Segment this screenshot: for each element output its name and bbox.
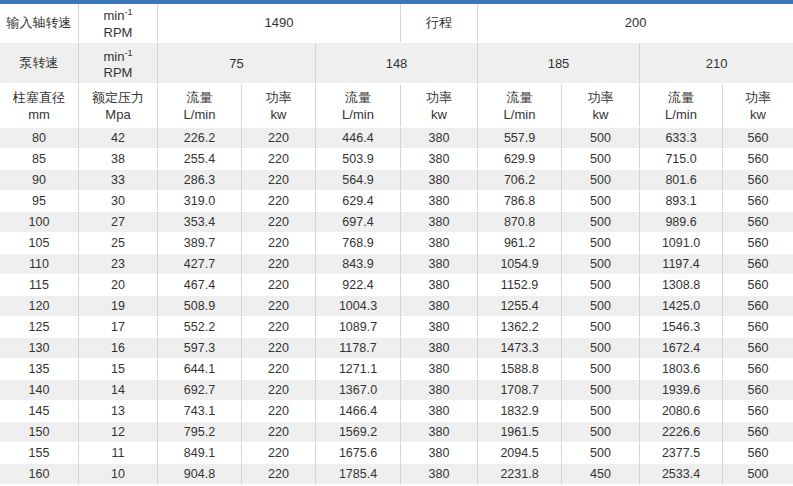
table-cell: 633.3 xyxy=(640,128,723,149)
table-cell: 1178.7 xyxy=(316,338,401,359)
table-cell: 2231.8 xyxy=(478,464,562,485)
table-cell: 560 xyxy=(723,128,793,149)
table-cell: 597.3 xyxy=(158,338,242,359)
table-cell: 17 xyxy=(79,317,158,338)
table-cell: 560 xyxy=(723,401,793,422)
table-cell: 220 xyxy=(242,128,316,149)
data-rows: 8042226.2220446.4380557.9500633.35608538… xyxy=(0,128,793,485)
table-cell: 446.4 xyxy=(316,128,401,149)
table-cell: 380 xyxy=(401,338,478,359)
unit-exponent: -1 xyxy=(124,48,132,58)
table-cell: 697.4 xyxy=(316,212,401,233)
table-cell: 560 xyxy=(723,359,793,380)
table-cell: 450 xyxy=(562,464,640,485)
table-cell: 220 xyxy=(242,296,316,317)
column-header-diameter: 柱塞直径 mm xyxy=(0,85,79,128)
table-cell: 380 xyxy=(401,401,478,422)
table-cell: 380 xyxy=(401,422,478,443)
table-cell: 560 xyxy=(723,338,793,359)
table-cell: 220 xyxy=(242,275,316,296)
table-cell: 500 xyxy=(562,191,640,212)
flow-unit: L/min xyxy=(478,106,561,123)
table-cell: 1546.3 xyxy=(640,317,723,338)
table-cell: 380 xyxy=(401,296,478,317)
column-header-pressure: 额定压力 Mpa xyxy=(79,85,158,128)
table-cell: 120 xyxy=(0,296,79,317)
flow-label: 流量 xyxy=(478,89,561,106)
unit-line2: RPM xyxy=(79,25,157,41)
table-cell: 380 xyxy=(401,212,478,233)
table-row: 10525389.7220768.9380961.25001091.0560 xyxy=(0,233,793,254)
table-cell: 27 xyxy=(79,212,158,233)
table-cell: 560 xyxy=(723,317,793,338)
table-cell: 85 xyxy=(0,149,79,170)
table-cell: 380 xyxy=(401,443,478,464)
table-cell: 989.6 xyxy=(640,212,723,233)
table-cell: 220 xyxy=(242,317,316,338)
table-cell: 42 xyxy=(79,128,158,149)
table-cell: 286.3 xyxy=(158,170,242,191)
table-cell: 500 xyxy=(562,317,640,338)
table-cell: 560 xyxy=(723,443,793,464)
table-cell: 500 xyxy=(562,296,640,317)
table-cell: 220 xyxy=(242,191,316,212)
table-cell: 110 xyxy=(0,254,79,275)
pump-speed-value-4: 210 xyxy=(640,43,793,85)
table-cell: 500 xyxy=(562,149,640,170)
table-row: 14014692.72201367.03801708.75001939.6560 xyxy=(0,380,793,401)
table-cell: 557.9 xyxy=(478,128,562,149)
table-cell: 115 xyxy=(0,275,79,296)
table-cell: 220 xyxy=(242,464,316,485)
power-label: 功率 xyxy=(401,89,477,106)
header-row-input-speed: 输入轴转速 min-1 RPM 1490 行程 200 xyxy=(0,4,793,43)
table-row: 12019508.92201004.33801255.45001425.0560 xyxy=(0,296,793,317)
table-cell: 220 xyxy=(242,359,316,380)
table-row: 10027353.4220697.4380870.8500989.6560 xyxy=(0,212,793,233)
table-cell: 500 xyxy=(562,128,640,149)
unit-base: min xyxy=(104,9,125,24)
table-cell: 706.2 xyxy=(478,170,562,191)
table-cell: 1425.0 xyxy=(640,296,723,317)
diameter-label: 柱塞直径 xyxy=(0,89,78,106)
table-cell: 1473.3 xyxy=(478,338,562,359)
table-cell: 560 xyxy=(723,380,793,401)
pump-speed-value-2: 148 xyxy=(316,43,478,85)
column-header-power-4: 功率 kw xyxy=(723,85,793,128)
input-shaft-speed-label: 输入轴转速 xyxy=(0,4,79,43)
table-cell: 560 xyxy=(723,191,793,212)
flow-unit: L/min xyxy=(158,106,241,123)
table-cell: 1362.2 xyxy=(478,317,562,338)
table-cell: 389.7 xyxy=(158,233,242,254)
table-cell: 380 xyxy=(401,254,478,275)
flow-unit: L/min xyxy=(640,106,722,123)
flow-unit: L/min xyxy=(316,106,400,123)
table-cell: 33 xyxy=(79,170,158,191)
table-cell: 629.4 xyxy=(316,191,401,212)
table-cell: 508.9 xyxy=(158,296,242,317)
table-cell: 13 xyxy=(79,401,158,422)
table-cell: 19 xyxy=(79,296,158,317)
table-cell: 380 xyxy=(401,128,478,149)
power-unit: kw xyxy=(401,106,477,123)
table-cell: 500 xyxy=(562,422,640,443)
table-row: 14513743.12201466.43801832.95002080.6560 xyxy=(0,401,793,422)
table-cell: 380 xyxy=(401,317,478,338)
power-unit: kw xyxy=(562,106,639,123)
column-header-flow-4: 流量 L/min xyxy=(640,85,723,128)
pump-speed-value-3: 185 xyxy=(478,43,640,85)
table-cell: 715.0 xyxy=(640,149,723,170)
table-cell: 500 xyxy=(562,380,640,401)
table-cell: 843.9 xyxy=(316,254,401,275)
table-cell: 319.0 xyxy=(158,191,242,212)
table-cell: 644.1 xyxy=(158,359,242,380)
column-header-flow-2: 流量 L/min xyxy=(316,85,401,128)
table-cell: 2377.5 xyxy=(640,443,723,464)
table-cell: 220 xyxy=(242,149,316,170)
table-cell: 1708.7 xyxy=(478,380,562,401)
table-cell: 1832.9 xyxy=(478,401,562,422)
flow-label: 流量 xyxy=(158,89,241,106)
table-cell: 135 xyxy=(0,359,79,380)
table-cell: 130 xyxy=(0,338,79,359)
column-header-power-3: 功率 kw xyxy=(562,85,640,128)
table-cell: 150 xyxy=(0,422,79,443)
